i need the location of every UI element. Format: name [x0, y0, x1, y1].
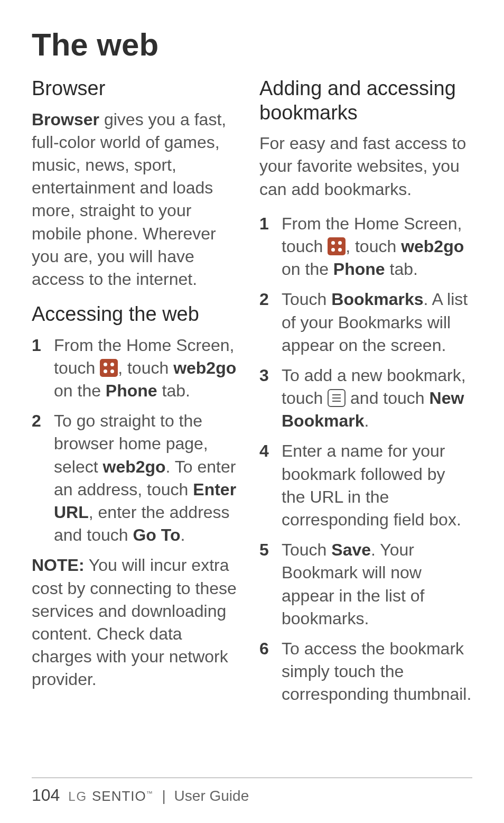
text-browser-desc: gives you a fast, full-color world of ga…: [32, 110, 226, 289]
list-item: 1 From the Home Screen, touch , touch we…: [32, 334, 245, 403]
apps-grid-icon: [328, 237, 346, 255]
text: and touch: [346, 389, 429, 408]
right-column: Adding and accessing bookmarks For easy …: [259, 73, 472, 714]
bold-phone: Phone: [333, 260, 385, 279]
text: Touch: [282, 540, 331, 559]
text: , touch: [346, 237, 401, 256]
apps-grid-icon: [100, 359, 118, 377]
text: tab.: [385, 260, 418, 279]
step-number: 2: [259, 288, 269, 311]
list-item: 2 Touch Bookmarks. A list of your Bookma…: [259, 288, 472, 357]
step-number: 1: [259, 212, 269, 235]
heading-browser: Browser: [32, 77, 245, 101]
text: .: [365, 411, 369, 430]
paragraph-browser: Browser gives you a fast, full-color wor…: [32, 108, 245, 291]
separator: |: [162, 788, 166, 804]
menu-icon: [328, 389, 346, 407]
bold-browser: Browser: [32, 110, 99, 129]
text: on the: [54, 381, 106, 400]
bold-web2go: web2go: [102, 457, 165, 476]
steps-bookmarks: 1 From the Home Screen, touch , touch we…: [259, 212, 472, 706]
text: tab.: [157, 381, 190, 400]
list-item: 5 Touch Save. Your Bookmark will now app…: [259, 539, 472, 630]
text: Touch: [282, 290, 331, 309]
note-label: NOTE:: [32, 556, 85, 575]
step-number: 4: [259, 440, 269, 463]
bold-web2go: web2go: [401, 237, 464, 256]
step-number: 2: [32, 410, 41, 432]
guide-label: User Guide: [174, 788, 249, 804]
bold-save: Save: [331, 540, 371, 559]
list-item: 3 To add a new bookmark, touch and touch…: [259, 364, 472, 433]
bold-phone: Phone: [106, 381, 157, 400]
text: , touch: [118, 358, 173, 377]
paragraph-bookmarks: For easy and fast access to your favorit…: [259, 132, 472, 201]
list-item: 4 Enter a name for your bookmark followe…: [259, 440, 472, 531]
bold-go-to: Go To: [133, 525, 180, 544]
bold-web2go: web2go: [173, 358, 236, 377]
text: To access the bookmark simply touch the …: [282, 639, 471, 704]
note-text: You will incur extra cost by connecting …: [32, 556, 237, 689]
lg-logo-text: LG: [68, 789, 87, 803]
left-column: Browser Browser gives you a fast, full-c…: [32, 73, 245, 714]
heading-bookmarks: Adding and accessing bookmarks: [259, 77, 472, 125]
step-number: 3: [259, 364, 269, 387]
content-columns: Browser Browser gives you a fast, full-c…: [32, 73, 472, 714]
sentio-text: SENTIO: [92, 788, 146, 804]
page-number: 104: [32, 785, 60, 804]
text: on the: [282, 260, 333, 279]
list-item: 1 From the Home Screen, touch , touch we…: [259, 212, 472, 281]
note: NOTE: You will incur extra cost by conne…: [32, 554, 245, 691]
text: .: [181, 525, 185, 544]
heading-accessing-web: Accessing the web: [32, 302, 245, 327]
trademark-symbol: ™: [146, 790, 153, 797]
bold-bookmarks: Bookmarks: [331, 290, 423, 309]
list-item: 6 To access the bookmark simply touch th…: [259, 637, 472, 706]
page-footer: 104 LG SENTIO™ | User Guide: [32, 778, 472, 805]
steps-accessing-web: 1 From the Home Screen, touch , touch we…: [32, 334, 245, 547]
list-item: 2 To go straight to the browser home pag…: [32, 410, 245, 547]
page-title: The web: [32, 26, 472, 63]
step-number: 6: [259, 637, 269, 660]
step-number: 1: [32, 334, 41, 357]
text: Enter a name for your bookmark followed …: [282, 441, 461, 529]
step-number: 5: [259, 539, 269, 561]
brand: LG SENTIO™: [68, 788, 157, 804]
